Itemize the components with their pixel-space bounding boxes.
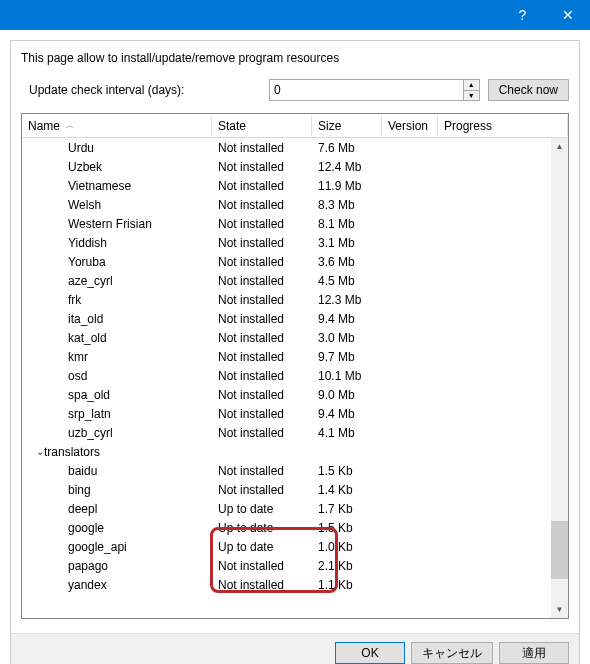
row-name: papago <box>28 559 108 573</box>
row-state: Up to date <box>212 540 312 554</box>
table-row[interactable]: bingNot installed1.4 Kb <box>22 480 568 499</box>
row-name: baidu <box>28 464 97 478</box>
row-size: 3.0 Mb <box>312 331 382 345</box>
table-row[interactable]: ita_oldNot installed9.4 Mb <box>22 309 568 328</box>
table-row[interactable]: frkNot installed12.3 Mb <box>22 290 568 309</box>
row-name: Yiddish <box>28 236 107 250</box>
update-interval-label: Update check interval (days): <box>21 83 261 97</box>
table-row[interactable]: VietnameseNot installed11.9 Mb <box>22 176 568 195</box>
row-state: Up to date <box>212 502 312 516</box>
table-row[interactable]: baiduNot installed1.5 Kb <box>22 461 568 480</box>
row-name: spa_old <box>28 388 110 402</box>
resources-table: Name ︿ State Size Version Progress UrduN… <box>21 113 569 619</box>
row-name: aze_cyrl <box>28 274 113 288</box>
scroll-thumb[interactable] <box>551 521 568 579</box>
update-interval-row: Update check interval (days): ▲ ▼ Check … <box>11 71 579 109</box>
table-row[interactable]: kat_oldNot installed3.0 Mb <box>22 328 568 347</box>
row-state: Not installed <box>212 388 312 402</box>
row-state: Not installed <box>212 331 312 345</box>
dialog-footer: OK キャンセル 適用 <box>11 633 579 664</box>
row-size: 9.4 Mb <box>312 312 382 326</box>
row-state: Not installed <box>212 369 312 383</box>
row-state: Not installed <box>212 578 312 592</box>
table-row[interactable]: yandexNot installed1.1 Kb <box>22 575 568 594</box>
vertical-scrollbar[interactable]: ▲ ▼ <box>551 138 568 618</box>
row-size: 2.1 Kb <box>312 559 382 573</box>
table-row[interactable]: spa_oldNot installed9.0 Mb <box>22 385 568 404</box>
row-size: 4.5 Mb <box>312 274 382 288</box>
row-state: Not installed <box>212 483 312 497</box>
column-header-name-label: Name <box>28 119 60 133</box>
row-name: google_api <box>28 540 127 554</box>
row-size: 8.1 Mb <box>312 217 382 231</box>
scroll-down-icon[interactable]: ▼ <box>551 601 568 618</box>
update-interval-input[interactable] <box>270 80 463 100</box>
row-name: ita_old <box>28 312 103 326</box>
row-name: bing <box>28 483 91 497</box>
apply-button[interactable]: 適用 <box>499 642 569 664</box>
table-row[interactable]: osdNot installed10.1 Mb <box>22 366 568 385</box>
row-state: Not installed <box>212 407 312 421</box>
table-row[interactable]: google_apiUp to date1.0 Kb <box>22 537 568 556</box>
spin-up-icon[interactable]: ▲ <box>464 80 479 91</box>
row-name: srp_latn <box>28 407 111 421</box>
row-name: kat_old <box>28 331 107 345</box>
column-header-progress[interactable]: Progress <box>438 116 568 136</box>
table-header: Name ︿ State Size Version Progress <box>22 114 568 138</box>
column-header-state[interactable]: State <box>212 116 312 136</box>
row-state: Not installed <box>212 312 312 326</box>
scroll-up-icon[interactable]: ▲ <box>551 138 568 155</box>
annotation-arrow-icon <box>22 594 568 618</box>
titlebar: ? ✕ <box>0 0 590 30</box>
table-row[interactable]: WelshNot installed8.3 Mb <box>22 195 568 214</box>
dialog-body: This page allow to install/update/remove… <box>10 40 580 664</box>
row-state: Not installed <box>212 350 312 364</box>
table-row[interactable]: aze_cyrlNot installed4.5 Mb <box>22 271 568 290</box>
row-size: 9.7 Mb <box>312 350 382 364</box>
table-row[interactable]: UzbekNot installed12.4 Mb <box>22 157 568 176</box>
table-row[interactable]: googleUp to date1.5 Kb <box>22 518 568 537</box>
page-description: This page allow to install/update/remove… <box>11 41 579 71</box>
spin-buttons: ▲ ▼ <box>463 80 479 100</box>
row-size: 3.1 Mb <box>312 236 382 250</box>
table-row[interactable]: papagoNot installed2.1 Kb <box>22 556 568 575</box>
row-name: Uzbek <box>28 160 102 174</box>
row-size: 12.3 Mb <box>312 293 382 307</box>
row-state: Not installed <box>212 198 312 212</box>
close-button[interactable]: ✕ <box>545 0 590 30</box>
column-header-version[interactable]: Version <box>382 116 438 136</box>
row-state: Not installed <box>212 236 312 250</box>
row-state: Not installed <box>212 179 312 193</box>
table-row[interactable]: Western FrisianNot installed8.1 Mb <box>22 214 568 233</box>
column-header-size[interactable]: Size <box>312 116 382 136</box>
column-header-name[interactable]: Name ︿ <box>22 116 212 136</box>
update-interval-spinbox[interactable]: ▲ ▼ <box>269 79 480 101</box>
row-size: 1.0 Kb <box>312 540 382 554</box>
row-state: Not installed <box>212 141 312 155</box>
row-size: 9.4 Mb <box>312 407 382 421</box>
table-row[interactable]: UrduNot installed7.6 Mb <box>22 138 568 157</box>
row-size: 4.1 Mb <box>312 426 382 440</box>
spin-down-icon[interactable]: ▼ <box>464 91 479 101</box>
row-size: 1.4 Kb <box>312 483 382 497</box>
row-state: Not installed <box>212 274 312 288</box>
help-button[interactable]: ? <box>500 0 545 30</box>
check-now-button[interactable]: Check now <box>488 79 569 101</box>
cancel-button[interactable]: キャンセル <box>411 642 493 664</box>
table-row[interactable]: YiddishNot installed3.1 Mb <box>22 233 568 252</box>
table-row[interactable]: srp_latnNot installed9.4 Mb <box>22 404 568 423</box>
row-size: 8.3 Mb <box>312 198 382 212</box>
table-row[interactable]: deeplUp to date1.7 Kb <box>22 499 568 518</box>
row-size: 1.5 Kb <box>312 464 382 478</box>
table-row[interactable]: uzb_cyrlNot installed4.1 Mb <box>22 423 568 442</box>
row-state: Up to date <box>212 521 312 535</box>
row-size: 12.4 Mb <box>312 160 382 174</box>
tree-group-row[interactable]: ⌄translators <box>22 442 568 461</box>
ok-button[interactable]: OK <box>335 642 405 664</box>
expand-toggle-icon[interactable]: ⌄ <box>28 446 40 457</box>
row-state: Not installed <box>212 464 312 478</box>
table-row[interactable]: kmrNot installed9.7 Mb <box>22 347 568 366</box>
scroll-track[interactable] <box>551 155 568 601</box>
table-row[interactable]: YorubaNot installed3.6 Mb <box>22 252 568 271</box>
table-body: UrduNot installed7.6 MbUzbekNot installe… <box>22 138 568 618</box>
